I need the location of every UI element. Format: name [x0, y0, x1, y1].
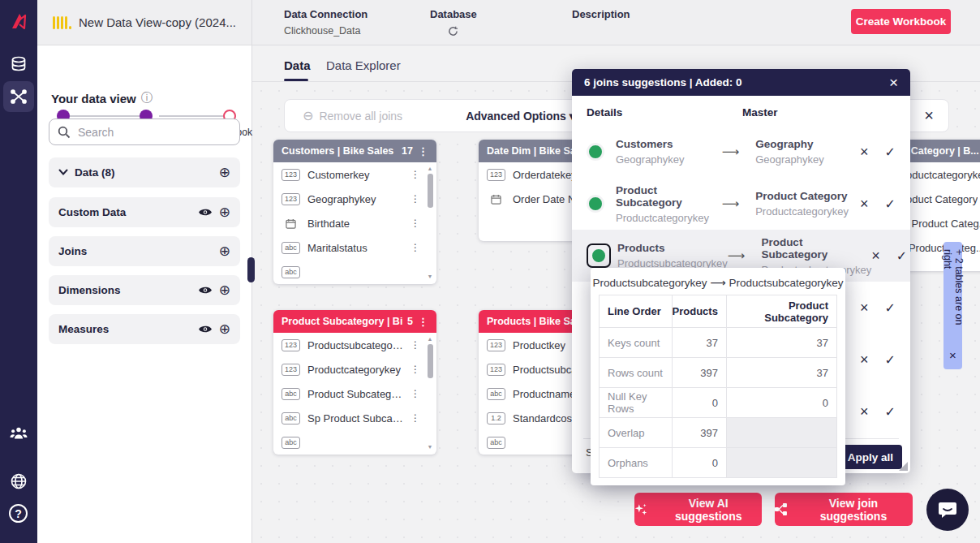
add-custom-data-icon[interactable]: ⊕: [219, 204, 230, 221]
modal-header[interactable]: 6 joins suggestions | Added: 0 ×: [572, 69, 910, 96]
eye-icon[interactable]: [198, 285, 213, 295]
card-menu-icon[interactable]: ⋮: [418, 145, 428, 157]
detail-side: Product Subcategory Productcategorykey: [616, 184, 722, 224]
create-workbook-button[interactable]: Create Workbook: [851, 9, 951, 34]
field-menu-icon[interactable]: ⋮: [410, 339, 420, 351]
accept-join-icon[interactable]: ✓: [896, 248, 907, 264]
field-row[interactable]: abcMaritalstatus⋮: [273, 235, 436, 260]
field-row[interactable]: abcSp Product Subcateg...⋮: [273, 406, 436, 430]
sidebar-search[interactable]: [49, 119, 240, 145]
refresh-icon[interactable]: [448, 26, 458, 37]
field-name: Productname: [513, 388, 575, 400]
close-panel-icon[interactable]: ×: [924, 106, 934, 125]
joins-nav-active[interactable]: [3, 81, 34, 112]
master-key: Productcategorykey: [755, 205, 860, 218]
reject-join-icon[interactable]: ×: [860, 300, 869, 317]
tab-data-explorer[interactable]: Data Explorer: [326, 58, 401, 72]
eye-icon[interactable]: [198, 207, 213, 218]
table-card-customers[interactable]: Customers | Bike Sales 17 ⋮ 123Customerk…: [273, 140, 436, 284]
advanced-options-label: Advanced Options: [466, 110, 566, 123]
field-row[interactable]: 123Productsubcategory...⋮: [273, 333, 436, 357]
field-menu-icon[interactable]: ⋮: [410, 412, 420, 424]
add-join-icon[interactable]: ⊕: [219, 243, 230, 260]
table-card-product-subcategory[interactable]: Product Subcategory | Bik... 5 ⋮ 123Prod…: [273, 310, 436, 455]
field-menu-icon[interactable]: ⋮: [410, 169, 420, 180]
advanced-options-dropdown[interactable]: Advanced Options ▾: [466, 110, 575, 123]
scroll-down-icon[interactable]: ▼: [428, 274, 433, 279]
field-menu-icon[interactable]: ⋮: [410, 388, 420, 399]
tab-data[interactable]: Data: [284, 58, 311, 72]
stats-col-line-order: Line Order: [600, 295, 673, 328]
view-join-suggestions-button[interactable]: View join suggestions: [775, 493, 913, 526]
card-header[interactable]: Customers | Bike Sales 17 ⋮: [273, 140, 436, 162]
text-type-icon: abc: [487, 388, 505, 400]
field-menu-icon[interactable]: ⋮: [410, 218, 420, 229]
accept-join-icon[interactable]: ✓: [885, 300, 896, 316]
reject-join-icon[interactable]: ×: [860, 196, 869, 213]
modal-close-icon[interactable]: ×: [889, 74, 898, 92]
card-scrollbar[interactable]: ▲▼: [425, 166, 435, 279]
tooltip-arrow-icon: ⟶: [710, 277, 725, 289]
scroll-thumb[interactable]: [428, 344, 433, 378]
card-menu-icon[interactable]: ⋮: [418, 316, 428, 328]
scroll-up-icon[interactable]: ▲: [428, 166, 433, 171]
add-measure-icon[interactable]: ⊕: [219, 321, 230, 338]
scroll-up-icon[interactable]: ▲: [428, 336, 433, 342]
apply-all-button[interactable]: Apply all: [839, 445, 902, 469]
field-row[interactable]: 123Productcategorykey⋮: [273, 357, 436, 381]
accept-join-icon[interactable]: ✓: [885, 144, 896, 160]
reject-join-icon[interactable]: ×: [860, 403, 869, 420]
sidebar-item-custom-data[interactable]: Custom Data ⊕: [49, 197, 240, 227]
search-input[interactable]: [78, 126, 216, 139]
modal-resize-handle[interactable]: [899, 462, 908, 471]
tooltip-target-key: Productsubcategorykey: [729, 277, 843, 289]
help-icon[interactable]: ?: [9, 504, 28, 523]
field-row-partial[interactable]: abc: [273, 430, 436, 455]
sidebar-item-data[interactable]: Data (8) ⊕: [49, 157, 240, 187]
field-menu-icon[interactable]: ⋮: [410, 364, 420, 375]
eye-icon[interactable]: [198, 324, 213, 334]
sidebar-item-measures[interactable]: Measures ⊕: [49, 314, 240, 344]
stat-label: Keys count: [600, 328, 673, 358]
add-dimension-icon[interactable]: ⊕: [219, 282, 230, 299]
field-row[interactable]: abcProduct Subcategory⋮: [273, 381, 436, 406]
field-row[interactable]: 123Geographykey⋮: [273, 187, 436, 211]
info-icon[interactable]: ⓘ: [141, 91, 153, 106]
sidebar-item-dimensions[interactable]: Dimensions ⊕: [49, 275, 240, 305]
card-scrollbar[interactable]: ▲▼: [425, 336, 435, 450]
accept-join-icon[interactable]: ✓: [885, 352, 896, 368]
chat-support-button[interactable]: [926, 489, 969, 531]
field-menu-icon[interactable]: ⋮: [410, 242, 420, 253]
globe-icon[interactable]: [10, 472, 28, 490]
field-menu-icon[interactable]: ⋮: [410, 193, 420, 205]
tables-on-right-tag[interactable]: + 2 tables are on right ×: [943, 242, 962, 369]
master-key: Geographykey: [755, 153, 860, 166]
add-data-icon[interactable]: ⊕: [219, 164, 230, 181]
master-side: Product Category Productcategorykey: [755, 190, 860, 218]
join-suggestion-row[interactable]: Product Subcategory Productcategorykey ⟶…: [572, 178, 910, 230]
card-header[interactable]: Product Subcategory | Bik... 5 ⋮: [273, 310, 436, 333]
reject-join-icon[interactable]: ×: [860, 351, 869, 368]
app-logo-icon[interactable]: [7, 11, 30, 33]
view-ai-suggestions-button[interactable]: View AI suggestions: [634, 493, 762, 526]
accept-join-icon[interactable]: ✓: [885, 404, 896, 420]
reject-join-icon[interactable]: ×: [871, 248, 880, 265]
field-row[interactable]: 123Customerkey⋮: [273, 162, 436, 187]
scroll-down-icon[interactable]: ▼: [428, 444, 433, 450]
accept-join-icon[interactable]: ✓: [885, 196, 896, 212]
help-glyph: ?: [15, 507, 22, 520]
panel-resize-handle[interactable]: [247, 257, 255, 282]
tag-close-icon[interactable]: ×: [946, 348, 960, 362]
join-suggestion-row[interactable]: Customers Geographykey ⟶ Geography Geogr…: [572, 126, 910, 178]
sidebar-item-joins[interactable]: Joins ⊕: [49, 236, 240, 266]
status-dot-focus-frame[interactable]: [587, 243, 611, 268]
team-icon[interactable]: [10, 425, 28, 442]
remove-all-joins-button[interactable]: ⊖ Remove all joins: [303, 108, 402, 123]
scroll-thumb[interactable]: [428, 174, 433, 208]
field-row-partial[interactable]: abc: [273, 260, 436, 284]
field-row[interactable]: Birthdate⋮: [273, 211, 436, 235]
reject-join-icon[interactable]: ×: [860, 144, 869, 161]
detail-side: Products Productsubcategorykey: [617, 242, 728, 269]
database-nav-icon[interactable]: [10, 55, 28, 73]
sidebar-item-label: Measures: [58, 323, 191, 335]
